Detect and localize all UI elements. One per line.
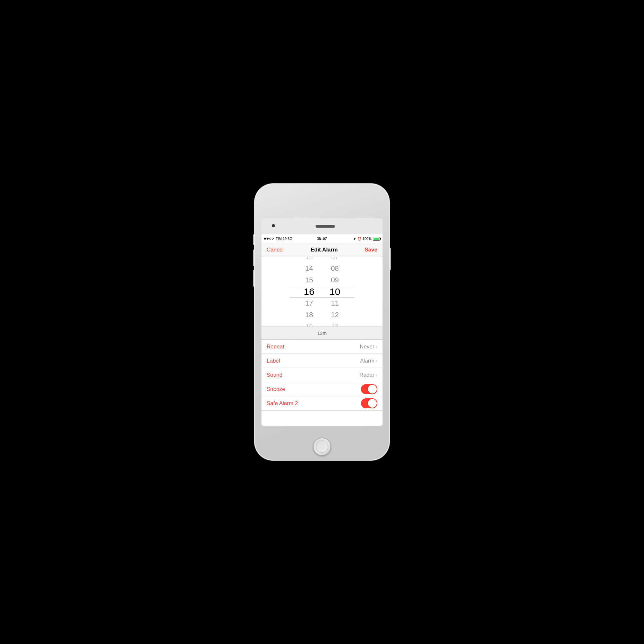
snooze-time-text: 13m	[317, 330, 327, 336]
status-bar: TIM 19 3G 15:57 ➤ ⏰ 100%	[261, 234, 383, 243]
safe-alarm-toggle-thumb	[368, 399, 377, 408]
alarm-icon: ⏰	[357, 237, 361, 241]
signal-dot-1	[264, 238, 266, 240]
home-button[interactable]	[313, 438, 331, 456]
battery-tip	[380, 238, 381, 240]
minute-item-07[interactable]: 07	[322, 257, 348, 263]
repeat-value: Never	[360, 344, 374, 350]
snooze-toggle-thumb	[368, 385, 377, 393]
power-button	[390, 248, 391, 270]
hour-item-14[interactable]: 14	[296, 263, 322, 274]
time-picker[interactable]: 13 14 15 16 17 18 19 07 08 09 10 11 12 1…	[261, 257, 383, 327]
save-button[interactable]: Save	[365, 247, 377, 253]
sound-value: Radar	[359, 372, 374, 378]
signal-dot-4	[272, 238, 274, 240]
location-icon: ➤	[354, 237, 356, 241]
battery-indicator	[373, 237, 380, 241]
hour-picker-column[interactable]: 13 14 15 16 17 18 19	[296, 257, 322, 327]
label-row[interactable]: Label Alarm ›	[261, 354, 383, 368]
label-label: Label	[267, 358, 280, 364]
mute-button	[253, 234, 254, 245]
sound-chevron-icon: ›	[376, 372, 377, 378]
hour-item-19[interactable]: 19	[296, 321, 322, 327]
home-button-area	[313, 438, 331, 456]
minute-item-12[interactable]: 12	[322, 309, 348, 321]
hour-item-17[interactable]: 17	[296, 298, 322, 309]
sound-row[interactable]: Sound Radar ›	[261, 368, 383, 382]
volume-up-button	[253, 250, 254, 266]
signal-strength	[264, 238, 274, 240]
volume-down-button	[253, 270, 254, 287]
front-camera	[272, 224, 275, 227]
phone-top-bar	[261, 218, 383, 234]
screen-bezel: TIM 19 3G 15:57 ➤ ⏰ 100% C	[261, 218, 383, 426]
repeat-label: Repeat	[267, 344, 284, 350]
repeat-row[interactable]: Repeat Never ›	[261, 340, 383, 354]
repeat-chevron-icon: ›	[376, 344, 377, 350]
sound-value-group: Radar ›	[359, 372, 377, 378]
safe-alarm-label: Safe Alarm 2	[267, 400, 298, 407]
hour-item-13[interactable]: 13	[296, 257, 322, 263]
snooze-row[interactable]: Snooze	[261, 382, 383, 396]
label-chevron-icon: ›	[376, 358, 377, 364]
label-value: Alarm	[360, 358, 374, 364]
phone-device: TIM 19 3G 15:57 ➤ ⏰ 100% C	[254, 184, 390, 460]
cancel-button[interactable]: Cancel	[267, 247, 284, 253]
minute-picker-column[interactable]: 07 08 09 10 11 12 13	[322, 257, 348, 327]
hour-item-18[interactable]: 18	[296, 309, 322, 321]
phone-screen: TIM 19 3G 15:57 ➤ ⏰ 100% C	[261, 218, 383, 426]
battery-pct: 100%	[363, 237, 372, 241]
minute-item-13[interactable]: 13	[322, 321, 348, 327]
minute-item-09[interactable]: 09	[322, 274, 348, 286]
status-right: ➤ ⏰ 100%	[354, 237, 380, 241]
signal-dot-3	[269, 238, 271, 240]
settings-group-secondary: Safe Alarm 2	[261, 396, 383, 411]
earpiece-speaker	[316, 225, 335, 228]
carrier-label: TIM 19 3G	[276, 237, 292, 241]
signal-dot-2	[267, 238, 269, 240]
minute-item-08[interactable]: 08	[322, 263, 348, 274]
navigation-bar: Cancel Edit Alarm Save	[261, 243, 383, 257]
status-left: TIM 19 3G	[264, 237, 354, 241]
home-button-inner	[316, 440, 328, 453]
minute-item-10-selected[interactable]: 10	[322, 286, 348, 298]
snooze-label: Snooze	[267, 386, 285, 393]
safe-alarm-row[interactable]: Safe Alarm 2	[261, 396, 383, 411]
battery-box	[373, 237, 380, 241]
minute-item-11[interactable]: 11	[322, 298, 348, 309]
label-value-group: Alarm ›	[360, 358, 377, 364]
hour-item-16-selected[interactable]: 16	[296, 286, 322, 298]
settings-group-main: Repeat Never › Label Alarm › Sound	[261, 339, 383, 396]
page-title: Edit Alarm	[310, 247, 337, 253]
battery-fill	[374, 238, 379, 240]
snooze-time-banner: 13m	[261, 327, 383, 339]
status-time: 15:57	[317, 236, 327, 241]
repeat-value-group: Never ›	[360, 344, 377, 350]
snooze-toggle[interactable]	[361, 384, 377, 394]
sound-label: Sound	[267, 372, 282, 378]
safe-alarm-toggle[interactable]	[361, 398, 377, 408]
hour-item-15[interactable]: 15	[296, 274, 322, 286]
